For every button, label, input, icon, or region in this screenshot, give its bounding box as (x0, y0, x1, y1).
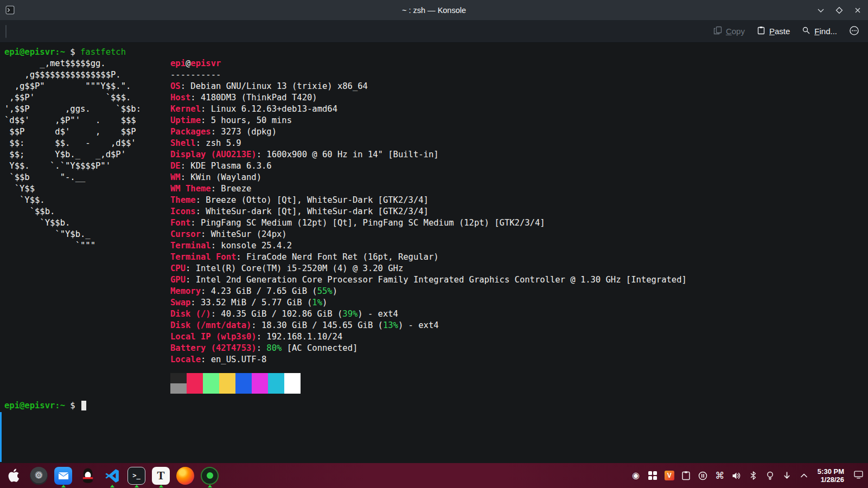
desktop: ~ : zsh — Konsole Copy Pas (0, 0, 868, 488)
window-controls (816, 5, 863, 15)
palette-swatch (170, 373, 187, 383)
search-icon (802, 26, 810, 36)
fastfetch-info-line: Terminal Font: FiraCode Nerd Font Ret (1… (170, 252, 687, 263)
terminal-area[interactable]: epi@episvr:~ $ fastfetch _,met$$$$$gg. ,… (0, 43, 868, 463)
media-pause-tray-icon[interactable] (698, 469, 708, 482)
fastfetch-info-line: Local IP (wlp3s0): 192.168.1.10/24 (170, 331, 687, 343)
screenshot-tool-tray-icon[interactable]: ◉ (631, 469, 641, 482)
window-title: ~ : zsh — Konsole (0, 6, 868, 15)
palette-swatch (235, 383, 252, 394)
fastfetch-info-line: OS: Debian GNU/Linux 13 (trixie) x86_64 (170, 81, 687, 92)
fastfetch-info-line: Theme: Breeze (Otto) [Qt], WhiteSur-Dark… (170, 195, 687, 206)
fastfetch-info: epi@episvr----------OS: Debian GNU/Linux… (170, 58, 687, 365)
konsole-app-icon[interactable]: >_ (126, 464, 146, 487)
night-light-tray-icon[interactable] (765, 469, 775, 482)
taskbar: ⚙>_T ◉V⌘ 5:30 PM 1/28/26 (0, 463, 868, 488)
running-indicator (135, 485, 139, 487)
prompt-user-host: epi@episvr:~ (4, 47, 65, 57)
fastfetch-info-line: epi@episvr (170, 58, 687, 69)
dock: ⚙>_T (4, 464, 220, 487)
fastfetch-info-line: GPU: Intel 2nd Generation Core Processor… (170, 274, 687, 286)
palette-swatch (268, 383, 284, 394)
palette-swatch (284, 373, 301, 383)
copy-icon (713, 26, 722, 36)
fastfetch-info-line: ---------- (170, 69, 687, 81)
fastfetch-info-line: Battery (42T4753): 80% [AC Connected] (170, 343, 687, 354)
running-indicator (110, 485, 114, 487)
fastfetch-info-line: CPU: Intel(R) Core(TM) i5-2520M (4) @ 3.… (170, 263, 687, 274)
fastfetch-info-line: Kernel: Linux 6.12.63+deb13-amd64 (170, 104, 687, 115)
updates-tray-icon[interactable] (782, 469, 792, 482)
copy-button[interactable]: Copy (713, 26, 745, 36)
fastfetch-info-line: Disk (/mnt/data): 18.30 GiB / 145.65 GiB… (170, 320, 687, 331)
titlebar[interactable]: ~ : zsh — Konsole (0, 0, 868, 20)
find-button[interactable]: Find... (802, 26, 837, 36)
clock-time: 5:30 PM (818, 467, 844, 476)
fastfetch-info-line: WM Theme: Breeze (170, 183, 687, 195)
fastfetch-info-line: DE: KDE Plasma 6.3.6 (170, 160, 687, 172)
palette-swatch (252, 373, 268, 383)
paste-icon (757, 26, 765, 36)
expand-tray-tray-icon[interactable] (799, 469, 809, 482)
fastfetch-info-line: Packages: 3273 (dpkg) (170, 126, 687, 138)
palette-swatch (187, 373, 203, 383)
fastfetch-info-line: Memory: 4.23 GiB / 7.65 GiB (55%) (170, 286, 687, 297)
firefox-app-icon[interactable] (175, 464, 195, 487)
fastfetch-info-line: WM: KWin (Wayland) (170, 172, 687, 183)
fastfetch-info-line: Host: 4180DM3 (ThinkPad T420) (170, 92, 687, 104)
minimize-button[interactable] (816, 5, 826, 15)
input-method-tray-icon[interactable]: ⌘ (715, 469, 725, 482)
fastfetch-info-line: Cursor: WhiteSur (24px) (170, 229, 687, 240)
v2ray-tray-icon[interactable]: V (665, 469, 674, 482)
terminal-cursor (81, 401, 86, 410)
fastfetch-info-line: Uptime: 5 hours, 50 mins (170, 115, 687, 126)
palette-swatch (170, 383, 187, 394)
volume-tray-icon[interactable] (732, 469, 742, 482)
prompt-symbol: $ (70, 401, 75, 410)
find-label: Find... (814, 27, 837, 36)
typora-app-icon[interactable]: T (151, 464, 171, 487)
bluetooth-tray-icon[interactable] (749, 469, 758, 482)
overflow-menu-icon (849, 25, 859, 37)
qq-app-icon[interactable] (78, 464, 98, 487)
konsole-window: ~ : zsh — Konsole Copy Pas (0, 0, 868, 463)
apple-menu-icon[interactable] (4, 464, 24, 487)
app-grid-tray-icon[interactable] (648, 469, 658, 482)
palette-swatch (203, 383, 219, 394)
color-palette (170, 373, 301, 394)
show-desktop-button[interactable] (853, 471, 864, 481)
scroll-position-indicator (0, 412, 2, 462)
running-indicator (61, 485, 66, 487)
toolbar-overflow-button[interactable] (849, 25, 859, 37)
close-button[interactable] (853, 5, 863, 15)
fastfetch-info-line: Icons: WhiteSur-dark [Qt], WhiteSur-dark… (170, 206, 687, 217)
prompt-line-2: epi@episvr:~ $ (4, 400, 86, 412)
maximize-button[interactable] (834, 5, 844, 15)
vscode-app-icon[interactable] (102, 464, 122, 487)
fastfetch-info-line: Locale: en_US.UTF-8 (170, 354, 687, 365)
show-desktop-icon (854, 471, 863, 481)
system-tray: ◉V⌘ (631, 469, 809, 482)
paste-button[interactable]: Paste (757, 26, 790, 36)
clock[interactable]: 5:30 PM 1/28/26 (818, 467, 844, 484)
toolbar-drag-handle[interactable] (5, 25, 7, 38)
tray-wrap: ◉V⌘ 5:30 PM 1/28/26 (631, 467, 864, 484)
fastfetch-info-line: Shell: zsh 5.9 (170, 138, 687, 149)
toolbar: Copy Paste Find... (0, 20, 868, 43)
prompt-line: epi@episvr:~ $ fastfetch (4, 47, 126, 58)
mail-app-icon[interactable] (53, 464, 73, 487)
running-indicator (208, 485, 212, 487)
recorder-app-icon[interactable] (200, 464, 220, 487)
copy-label: Copy (726, 27, 745, 36)
palette-swatch (284, 383, 301, 394)
clipboard-tray-icon[interactable] (681, 469, 691, 482)
palette-swatch (203, 373, 219, 383)
fastfetch-info-line: Terminal: konsole 25.4.2 (170, 240, 687, 252)
debian-ascii-logo: _,met$$$$$gg. ,g$$$$$$$$$$$$$$$P. ,g$$P"… (4, 58, 141, 252)
system-settings-icon[interactable]: ⚙ (29, 464, 49, 487)
palette-swatch (219, 383, 235, 394)
running-indicator (159, 485, 163, 487)
palette-swatch (235, 373, 252, 383)
paste-label: Paste (769, 27, 790, 36)
palette-swatch (187, 383, 203, 394)
